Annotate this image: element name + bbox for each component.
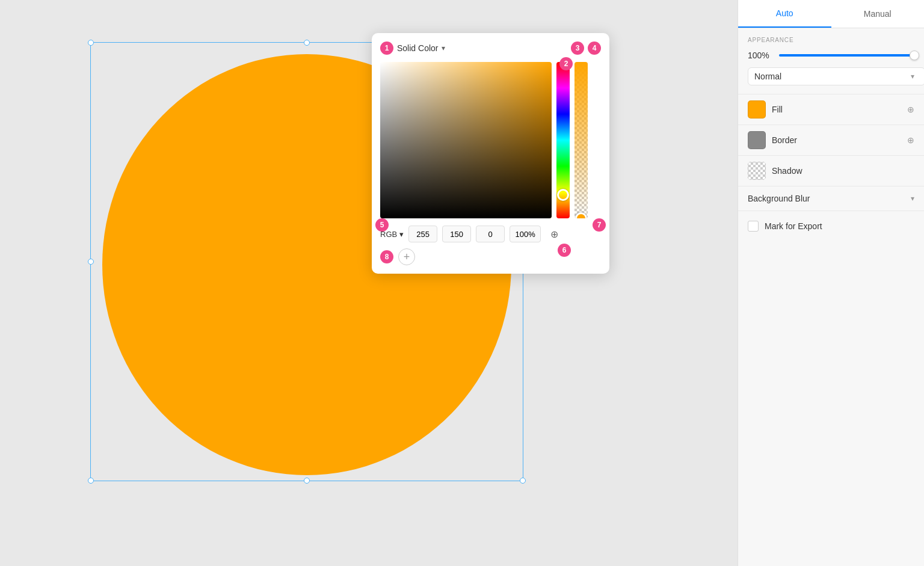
export-row: Mark for Export <box>738 211 924 241</box>
handle-bottom-right[interactable] <box>520 478 526 484</box>
picker-body <box>380 62 601 218</box>
opacity-slider-fill <box>779 54 914 57</box>
tab-manual[interactable]: Manual <box>831 0 925 28</box>
handle-bottom-left[interactable] <box>88 478 94 484</box>
appearance-section: APPEARANCE 100% Normal ▾ <box>738 28 924 94</box>
g-input[interactable] <box>442 226 471 242</box>
shadow-row: Shadow <box>738 156 924 186</box>
chevron-down-icon[interactable]: ▾ <box>442 44 445 52</box>
shadow-label: Shadow <box>772 166 802 176</box>
border-row: Border ⊕ <box>738 125 924 156</box>
picker-title-row: 1 Solid Color ▾ <box>380 42 445 55</box>
badge-5: 5 <box>375 218 389 232</box>
hue-thumb <box>557 189 569 201</box>
shadow-left: Shadow <box>748 162 802 180</box>
picker-title: Solid Color <box>397 43 438 53</box>
handle-top-center[interactable] <box>304 40 310 46</box>
border-eyedropper-icon[interactable]: ⊕ <box>907 135 914 145</box>
fill-left: Fill <box>748 100 783 118</box>
gradient-canvas[interactable] <box>380 62 552 218</box>
badge-2-canvas: 2 <box>559 57 573 70</box>
opacity-input[interactable] <box>510 226 541 242</box>
opacity-pct: 100% <box>748 51 773 60</box>
background-blur-chevron[interactable]: ▾ <box>911 194 914 203</box>
badge-6: 6 <box>558 244 571 257</box>
picker-bottom: RGB ▾ ⊕ <box>380 226 601 242</box>
badge-3: 3 <box>571 42 584 55</box>
opacity-slider-track[interactable] <box>779 54 914 57</box>
blend-mode-row: Normal ▾ <box>748 67 914 85</box>
r-input[interactable] <box>408 226 437 242</box>
background-blur-label: Background Blur <box>748 194 810 203</box>
picker-header: 1 Solid Color ▾ 3 4 <box>380 42 601 55</box>
handle-top-left[interactable] <box>88 40 94 46</box>
shadow-swatch[interactable] <box>748 162 766 180</box>
blend-mode-select[interactable]: Normal <box>748 67 924 85</box>
fill-swatch[interactable] <box>748 100 766 118</box>
hue-slider[interactable] <box>556 62 570 218</box>
eyedropper-button[interactable]: ⊕ <box>546 226 562 242</box>
tab-auto[interactable]: Auto <box>738 0 831 28</box>
badge-1: 1 <box>380 42 393 55</box>
border-swatch[interactable] <box>748 131 766 149</box>
add-color-button[interactable]: + <box>398 248 415 265</box>
fill-label: Fill <box>772 105 783 114</box>
canvas-area: 1 Solid Color ▾ 3 4 2 <box>0 0 738 566</box>
b-input[interactable] <box>476 226 505 242</box>
opacity-gradient <box>574 62 588 218</box>
fill-eyedropper-icon[interactable]: ⊕ <box>907 105 914 114</box>
background-blur-row: Background Blur ▾ <box>738 186 924 211</box>
badge-4: 4 <box>588 42 601 55</box>
opacity-slider[interactable] <box>574 62 588 218</box>
badge-7: 7 <box>593 218 606 232</box>
export-label: Mark for Export <box>765 221 822 231</box>
handle-bottom-center[interactable] <box>304 478 310 484</box>
gradient-inner <box>380 62 552 218</box>
color-picker-popup: 1 Solid Color ▾ 3 4 2 <box>372 33 609 274</box>
export-checkbox[interactable] <box>748 221 759 232</box>
border-left: Border <box>748 131 797 149</box>
badge-8: 8 <box>380 250 393 263</box>
section-label: APPEARANCE <box>748 37 914 43</box>
mode-chevron: ▾ <box>399 230 404 239</box>
border-label: Border <box>772 135 797 145</box>
handle-mid-left[interactable] <box>88 259 94 265</box>
panel-tabs: Auto Manual <box>738 0 924 28</box>
opacity-slider-thumb[interactable] <box>910 51 919 60</box>
right-panel: Auto Manual APPEARANCE 100% Normal ▾ Fil… <box>738 0 924 566</box>
picker-header-icons: 3 4 <box>571 42 601 55</box>
fill-row: Fill ⊕ <box>738 94 924 125</box>
opacity-row: 100% <box>748 51 914 60</box>
